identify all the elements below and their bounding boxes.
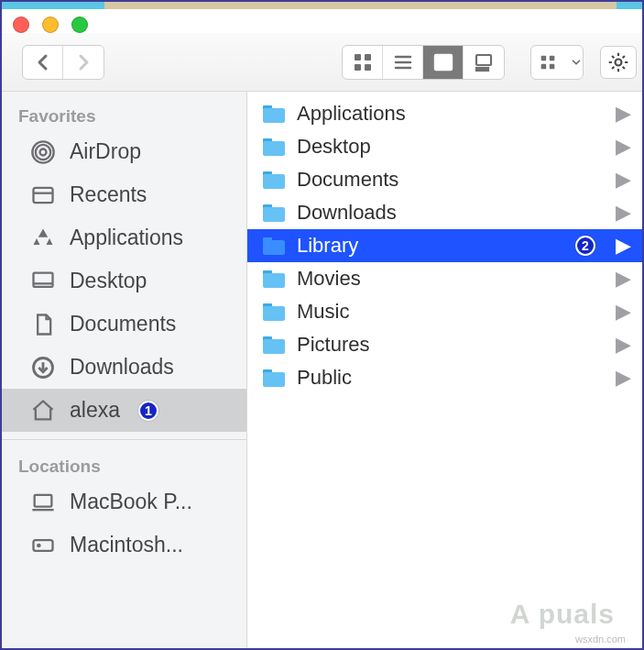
folder-row-desktop[interactable]: Desktop ▶: [247, 130, 642, 163]
folder-row-label: Pictures: [297, 333, 605, 357]
chevron-right-icon: ▶: [616, 168, 631, 192]
chevron-right-icon: ▶: [616, 201, 631, 225]
laptop-icon: [29, 489, 57, 516]
sidebar-item-label: Desktop: [70, 269, 147, 293]
hdd-icon: [29, 532, 57, 559]
group-by-button[interactable]: [530, 45, 584, 80]
chevron-left-icon: [32, 51, 54, 73]
downloads-icon: [29, 354, 57, 381]
svg-rect-13: [486, 68, 488, 71]
sidebar-item-label: Downloads: [70, 355, 174, 380]
recents-icon: [29, 182, 57, 209]
sidebar-item-macintosh-hd[interactable]: Macintosh...: [2, 523, 246, 567]
folder-row-movies[interactable]: Movies ▶: [247, 262, 642, 295]
sidebar-item-label: Recents: [70, 182, 147, 207]
finder-content-column: Applications ▶ Desktop ▶ Documents ▶: [247, 92, 642, 648]
folder-row-label: Music: [297, 300, 605, 324]
chevron-down-icon: [570, 52, 583, 72]
sidebar-item-label: AirDrop: [70, 139, 141, 164]
folder-icon: [262, 236, 286, 256]
sidebar-item-label: alexa: [70, 398, 120, 423]
sidebar-item-home[interactable]: alexa 1: [2, 389, 246, 432]
annotation-badge-2: 2: [575, 236, 595, 256]
chevron-right-icon: ▶: [616, 234, 631, 258]
folder-row-pictures[interactable]: Pictures ▶: [247, 328, 642, 361]
grid-small-icon: [538, 52, 558, 72]
svg-rect-1: [365, 54, 371, 61]
chevron-right-icon: ▶: [616, 366, 631, 390]
folder-row-downloads[interactable]: Downloads ▶: [247, 196, 642, 229]
window-titlebar: [2, 9, 642, 33]
sidebar-item-documents[interactable]: Documents: [2, 303, 246, 346]
chevron-right-icon: ▶: [616, 135, 631, 159]
sidebar-item-applications[interactable]: Applications: [2, 216, 246, 259]
folder-row-label: Documents: [297, 168, 605, 192]
folder-icon: [262, 302, 286, 322]
chevron-right-icon: ▶: [616, 333, 631, 357]
svg-rect-3: [365, 64, 371, 71]
view-list-button[interactable]: [383, 46, 423, 79]
forward-button[interactable]: [63, 46, 104, 79]
airdrop-icon: [29, 138, 57, 166]
sidebar-item-desktop[interactable]: Desktop: [2, 259, 246, 303]
window-minimize-button[interactable]: [42, 17, 59, 33]
desktop-icon: [29, 268, 57, 295]
documents-icon: [29, 311, 57, 338]
watermark-source: wsxdn.com: [575, 633, 626, 644]
annotation-badge-1: 1: [138, 401, 158, 421]
window-zoom-button[interactable]: [71, 17, 88, 33]
desktop-wallpaper-strip: [2, 2, 642, 9]
action-menu-button[interactable]: [600, 46, 637, 79]
finder-body: Favorites AirDrop Recents: [2, 92, 642, 648]
sidebar-item-recents[interactable]: Recents: [2, 173, 246, 216]
content-list: Applications ▶ Desktop ▶ Documents ▶: [247, 92, 642, 394]
svg-rect-17: [550, 63, 555, 69]
finder-sidebar: Favorites AirDrop Recents: [2, 92, 247, 648]
svg-rect-33: [263, 108, 285, 123]
svg-rect-28: [35, 494, 52, 506]
sidebar-section-favorites-title: Favorites: [2, 97, 246, 130]
nav-group: [22, 45, 104, 80]
view-gallery-button[interactable]: [464, 46, 504, 79]
sidebar-section-locations-title: Locations: [2, 447, 246, 480]
finder-window: Favorites AirDrop Recents: [2, 9, 642, 648]
svg-rect-11: [476, 68, 479, 71]
folder-row-library[interactable]: Library 2 ▶: [247, 229, 642, 262]
view-icons-button[interactable]: [343, 46, 383, 79]
sidebar-item-downloads[interactable]: Downloads: [2, 346, 246, 389]
sidebar-separator: [2, 439, 246, 440]
columns-icon: [432, 51, 454, 73]
sidebar-item-label: Documents: [70, 312, 176, 336]
view-columns-button[interactable]: [423, 46, 464, 79]
folder-icon: [262, 203, 286, 223]
svg-rect-10: [476, 55, 491, 65]
screenshot-frame: Favorites AirDrop Recents: [0, 0, 644, 650]
svg-rect-39: [263, 207, 285, 222]
folder-row-label: Desktop: [297, 135, 605, 159]
gear-icon: [606, 50, 630, 74]
folder-row-music[interactable]: Music ▶: [247, 295, 642, 328]
svg-point-19: [40, 149, 47, 155]
finder-toolbar: [2, 33, 642, 92]
sidebar-item-macbook[interactable]: MacBook P...: [2, 480, 246, 523]
svg-rect-14: [541, 55, 547, 60]
sidebar-item-label: MacBook P...: [70, 490, 192, 514]
folder-row-applications[interactable]: Applications ▶: [247, 97, 642, 130]
folder-icon: [262, 335, 286, 355]
svg-rect-47: [263, 339, 285, 354]
back-button[interactable]: [23, 46, 63, 79]
folder-row-label: Public: [297, 366, 605, 390]
svg-rect-41: [263, 240, 285, 255]
svg-rect-0: [355, 54, 361, 61]
svg-point-31: [38, 544, 39, 545]
svg-rect-49: [263, 372, 285, 387]
home-icon: [29, 397, 57, 424]
sidebar-item-label: Applications: [70, 226, 183, 250]
folder-row-documents[interactable]: Documents ▶: [247, 163, 642, 196]
svg-point-18: [616, 59, 622, 65]
apps-icon: [29, 225, 57, 252]
chevron-right-icon: [72, 51, 94, 73]
folder-row-public[interactable]: Public ▶: [247, 361, 642, 394]
sidebar-item-airdrop[interactable]: AirDrop: [2, 130, 246, 173]
window-close-button[interactable]: [13, 17, 29, 33]
